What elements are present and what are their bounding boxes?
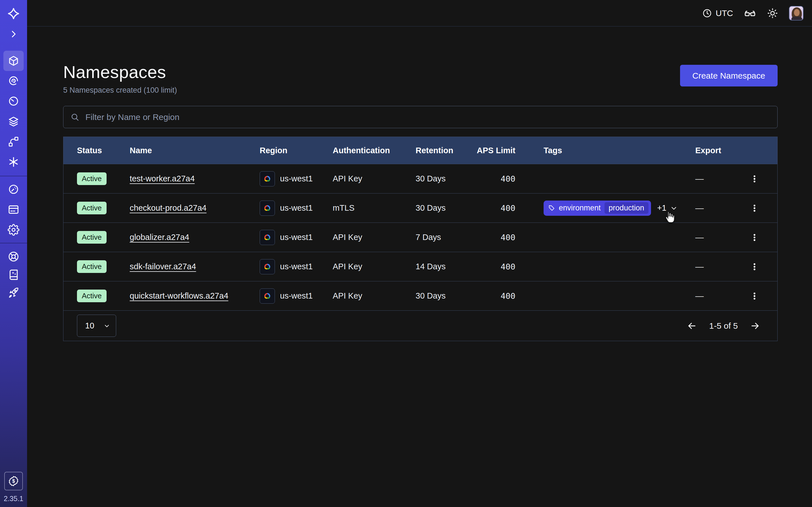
namespace-link[interactable]: quickstart-workflows.a27a4	[130, 291, 229, 300]
status-badge: Active	[77, 202, 107, 215]
tag-chip[interactable]: environment production	[544, 201, 651, 216]
sidebar-item-batch-operations[interactable]	[0, 111, 27, 131]
timer-icon	[8, 95, 19, 107]
chevron-down-icon	[103, 323, 110, 329]
namespace-link[interactable]: checkout-prod.a27a4	[130, 203, 206, 212]
col-header-aps-limit: APS Limit	[466, 146, 515, 155]
col-header-region: Region	[260, 146, 333, 155]
google-cloud-icon	[260, 288, 275, 304]
workflows-spiral-icon	[8, 75, 19, 87]
kebab-menu-icon	[750, 204, 759, 212]
plan-badge-button[interactable]: $	[4, 472, 23, 490]
kebab-menu-icon	[750, 263, 759, 271]
tags-expand-button[interactable]	[670, 204, 678, 212]
filter-bar	[63, 106, 777, 128]
kebab-menu-icon	[750, 233, 759, 242]
prev-page-button[interactable]	[687, 321, 697, 331]
row-actions-menu-button[interactable]	[748, 289, 762, 303]
billing-card-icon	[8, 204, 19, 216]
lifebuoy-icon	[8, 251, 19, 263]
user-avatar[interactable]	[789, 6, 804, 20]
retention-cell: 30 Days	[416, 174, 466, 183]
col-header-status: Status	[77, 146, 130, 155]
sidebar-item-schedules[interactable]	[0, 91, 27, 111]
chevron-down-icon	[670, 204, 678, 212]
topbar: UTC	[27, 0, 812, 26]
namespace-link[interactable]: sdk-failover.a27a4	[130, 262, 196, 271]
export-cell: —	[695, 174, 744, 184]
table-body: Active test-worker.a27a4 us-west1 API Ke…	[63, 164, 777, 311]
gear-icon	[8, 224, 19, 236]
theme-toggle-button[interactable]	[767, 8, 778, 19]
namespaces-table: Status Name Region Authentication Retent…	[63, 136, 777, 341]
timezone-label: UTC	[716, 8, 733, 18]
table-row: Active test-worker.a27a4 us-west1 API Ke…	[63, 164, 777, 193]
retention-cell: 30 Days	[416, 291, 466, 300]
sidebar-expand-button[interactable]	[0, 24, 27, 44]
sidebar-item-billing[interactable]	[0, 200, 27, 220]
export-cell: —	[695, 203, 744, 213]
sidebar-item-docs[interactable]	[0, 265, 27, 285]
region-label: us-west1	[280, 174, 313, 183]
glasses-icon	[744, 7, 756, 19]
col-header-retention: Retention	[416, 146, 466, 155]
sidebar-item-namespaces[interactable]	[0, 51, 27, 71]
arrow-right-icon	[750, 321, 760, 331]
layers-icon	[8, 115, 19, 127]
auth-cell: API Key	[333, 262, 416, 271]
auth-cell: API Key	[333, 291, 416, 300]
tag-icon	[548, 205, 555, 212]
region-label: us-west1	[280, 203, 313, 213]
retention-cell: 14 Days	[416, 262, 466, 271]
filter-input[interactable]	[63, 106, 777, 128]
namespace-link[interactable]: globalizer.a27a4	[130, 233, 189, 242]
arrow-left-icon	[687, 321, 697, 331]
sidebar: $ 2.35.1	[0, 0, 27, 507]
sidebar-item-deployments[interactable]	[0, 131, 27, 152]
book-sparkles-icon	[8, 269, 19, 281]
sidebar-item-support[interactable]	[0, 246, 27, 267]
asterisk-icon	[8, 156, 19, 168]
row-actions-menu-button[interactable]	[748, 172, 762, 186]
labs-glasses-button[interactable]	[744, 7, 756, 19]
create-namespace-button[interactable]: Create Namespace	[680, 65, 777, 87]
page-size-select[interactable]: 10	[77, 315, 116, 337]
status-badge: Active	[77, 260, 107, 273]
kebab-menu-icon	[750, 292, 759, 300]
dollar-badge-icon: $	[8, 475, 19, 487]
next-page-button[interactable]	[750, 321, 760, 331]
sidebar-item-workflows[interactable]	[0, 71, 27, 91]
google-cloud-icon	[260, 259, 275, 274]
col-header-authentication: Authentication	[333, 146, 416, 155]
tag-key-label: environment	[559, 204, 601, 212]
namespace-link[interactable]: test-worker.a27a4	[130, 174, 195, 183]
sidebar-divider	[0, 243, 27, 243]
tag-value-label: production	[605, 202, 649, 214]
row-actions-menu-button[interactable]	[748, 201, 762, 215]
retention-cell: 30 Days	[416, 203, 466, 213]
export-cell: —	[695, 291, 744, 301]
page-title: Namespaces	[63, 62, 777, 82]
table-row: Active globalizer.a27a4 us-west1 API Key…	[63, 223, 777, 252]
google-cloud-icon	[260, 171, 275, 186]
table-row: Active checkout-prod.a27a4 us-west1 mTLS…	[63, 193, 777, 223]
timezone-button[interactable]: UTC	[702, 8, 733, 18]
aps-cell: 400	[466, 233, 515, 242]
google-cloud-icon	[260, 230, 275, 245]
tags-cell: environment production +1	[515, 201, 695, 216]
region-label: us-west1	[280, 291, 313, 300]
row-actions-menu-button[interactable]	[748, 230, 762, 244]
cube-icon	[8, 55, 19, 67]
sidebar-item-usage[interactable]	[0, 179, 27, 200]
temporal-logo-icon[interactable]	[0, 4, 27, 24]
region-label: us-west1	[280, 262, 313, 271]
pagination-range-label: 1-5 of 5	[709, 321, 738, 331]
app-version: 2.35.1	[0, 495, 27, 503]
sidebar-item-getting-started[interactable]	[0, 283, 27, 303]
row-actions-menu-button[interactable]	[748, 260, 762, 274]
aps-cell: 400	[466, 291, 515, 301]
sidebar-item-nexus[interactable]	[0, 152, 27, 172]
sidebar-item-settings[interactable]	[0, 220, 27, 240]
avatar-face	[794, 9, 800, 16]
main-content: Namespaces 5 Namespaces created (100 lim…	[63, 26, 777, 341]
